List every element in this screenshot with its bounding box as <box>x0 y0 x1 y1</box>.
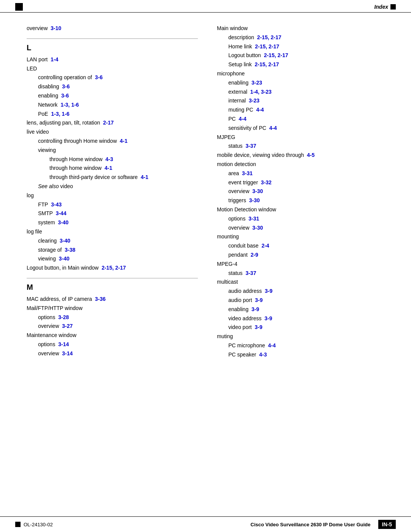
mounting-pendant-entry: pendant 2-9 <box>217 251 392 260</box>
mac-address-entry: MAC address, of IP camera 3-36 <box>27 295 198 304</box>
top-bar: Index <box>0 0 411 13</box>
overview-entry: overview 3-10 <box>27 24 198 33</box>
log-file-storage-entry: storage of 3-38 <box>27 246 198 255</box>
multicast-video-address-entry: video address 3-9 <box>217 314 392 323</box>
maintenance-overview-entry: overview 3-14 <box>27 349 198 358</box>
log-system-entry: system 3-40 <box>27 218 198 227</box>
log-ftp-entry: FTP 3-43 <box>27 200 198 209</box>
mpeg4-status-entry: status 3-37 <box>217 269 392 278</box>
multicast-video-port-entry: video port 3-9 <box>217 323 392 332</box>
overview-label: overview <box>27 25 51 31</box>
main-content: overview 3-10 L LAN port 1-4 LED control… <box>0 13 411 382</box>
led-network-entry: Network 1-3, 1-6 <box>27 101 198 110</box>
lan-port-entry: LAN port 1-4 <box>27 55 198 64</box>
footer-title: Cisco Video Surveillance 2630 IP Dome Us… <box>53 522 378 527</box>
motion-detection-area-entry: area 3-31 <box>217 169 392 178</box>
live-video-viewing-entry: viewing <box>27 146 198 155</box>
log-entry: log <box>27 191 198 200</box>
mounting-conduit-base-entry: conduit base 2-4 <box>217 241 392 251</box>
led-controlling-entry: controlling operation of 3-6 <box>27 73 198 82</box>
live-video-through-home-entry: through Home window 4-3 <box>27 155 198 164</box>
mjpeg-entry: MJPEG <box>217 133 392 142</box>
section-l-divider <box>27 38 198 39</box>
motion-detection-overview-entry: overview 3-30 <box>217 187 392 196</box>
index-label: Index <box>374 4 388 10</box>
section-l-header: L <box>27 43 198 52</box>
see-also-video-entry: See also video <box>27 182 198 191</box>
log-smtp-entry: SMTP 3-44 <box>27 209 198 218</box>
motion-detection-window-overview-entry: overview 3-30 <box>217 224 392 233</box>
mjpeg-status-entry: status 3-37 <box>217 142 392 151</box>
mobile-device-entry: mobile device, viewing video through 4-5 <box>217 151 392 160</box>
microphone-muting-pc-entry: muting PC 4-4 <box>217 105 392 115</box>
section-m-divider <box>27 278 198 278</box>
main-window-entry: Main window <box>217 24 392 33</box>
main-window-setup-link-entry: Setup link 2-15, 2-17 <box>217 60 392 69</box>
log-file-viewing-entry: viewing 3-40 <box>27 254 198 264</box>
led-enabling-entry: enabling 3-6 <box>27 91 198 101</box>
muting-pc-speaker-entry: PC speaker 4-3 <box>217 350 392 359</box>
microphone-external-entry: external 1-4, 3-23 <box>217 88 392 97</box>
top-left-marker <box>15 3 23 11</box>
main-window-description-entry: description 2-15, 2-17 <box>217 33 392 42</box>
mounting-entry: mounting <box>217 232 392 241</box>
live-video-through-third-party-entry: through third-party device or software 4… <box>27 173 198 182</box>
maintenance-window-entry: Maintenance window <box>27 331 198 340</box>
microphone-pc-entry: PC 4-4 <box>217 115 392 124</box>
page: Index overview 3-10 L LAN port 1-4 LED c… <box>0 0 411 532</box>
live-video-controlling-entry: controlling through Home window 4-1 <box>27 137 198 146</box>
muting-pc-microphone-entry: PC microphone 4-4 <box>217 341 392 350</box>
led-disabling-entry: disabling 3-6 <box>27 82 198 91</box>
index-square <box>390 4 396 10</box>
lens-entry: lens, adjusting pan, tilt, rotation 2-17 <box>27 118 198 128</box>
logout-button-entry: Logout button, in Main window 2-15, 2-17 <box>27 264 198 273</box>
footer-left: OL-24130-02 <box>15 522 53 527</box>
motion-detection-event-trigger-entry: event trigger 3-32 <box>217 178 392 187</box>
mpeg4-entry: MPEG-4 <box>217 260 392 269</box>
microphone-entry: microphone <box>217 69 392 78</box>
header-index: Index <box>374 4 396 10</box>
motion-detection-window-entry: Motion Detection window <box>217 205 392 214</box>
main-window-logout-entry: Logout button 2-15, 2-17 <box>217 51 392 60</box>
maintenance-options-entry: options 3-14 <box>27 340 198 349</box>
main-window-home-link-entry: Home link 2-15, 2-17 <box>217 42 392 51</box>
overview-link[interactable]: 3-10 <box>51 25 61 31</box>
microphone-sensitivity-entry: sensitivity of PC 4-4 <box>217 124 392 133</box>
footer-left-square <box>15 522 21 527</box>
live-video-entry: live video <box>27 128 198 137</box>
microphone-enabling-entry: enabling 3-23 <box>217 78 392 88</box>
muting-entry: muting <box>217 332 392 341</box>
live-video-through-home-lower-entry: through home window 4-1 <box>27 164 198 173</box>
led-poe-entry: PoE 1-3, 1-6 <box>27 110 198 119</box>
multicast-entry: multicast <box>217 278 392 287</box>
motion-detection-window-options-entry: options 3-31 <box>217 214 392 224</box>
mail-ftp-overview-entry: overview 3-27 <box>27 322 198 331</box>
multicast-audio-address-entry: audio address 3-9 <box>217 287 392 296</box>
right-column: Main window description 2-15, 2-17 Home … <box>209 24 392 359</box>
multicast-audio-port-entry: audio port 3-9 <box>217 296 392 305</box>
led-entry: LED <box>27 64 198 73</box>
doc-number: OL-24130-02 <box>24 522 53 527</box>
motion-detection-entry: motion detection <box>217 160 392 169</box>
motion-detection-triggers-entry: triggers 3-30 <box>217 196 392 205</box>
mail-ftp-http-entry: Mail/FTP/HTTP window <box>27 304 198 313</box>
mail-ftp-options-entry: options 3-28 <box>27 313 198 322</box>
page-number: IN-5 <box>378 520 396 529</box>
multicast-enabling-entry: enabling 3-9 <box>217 305 392 314</box>
footer: OL-24130-02 Cisco Video Surveillance 263… <box>0 516 411 532</box>
microphone-internal-entry: internal 3-23 <box>217 96 392 105</box>
log-file-clearing-entry: clearing 3-40 <box>27 236 198 246</box>
section-m-header: M <box>27 283 198 292</box>
left-column: overview 3-10 L LAN port 1-4 LED control… <box>27 24 209 359</box>
log-file-entry: log file <box>27 227 198 236</box>
